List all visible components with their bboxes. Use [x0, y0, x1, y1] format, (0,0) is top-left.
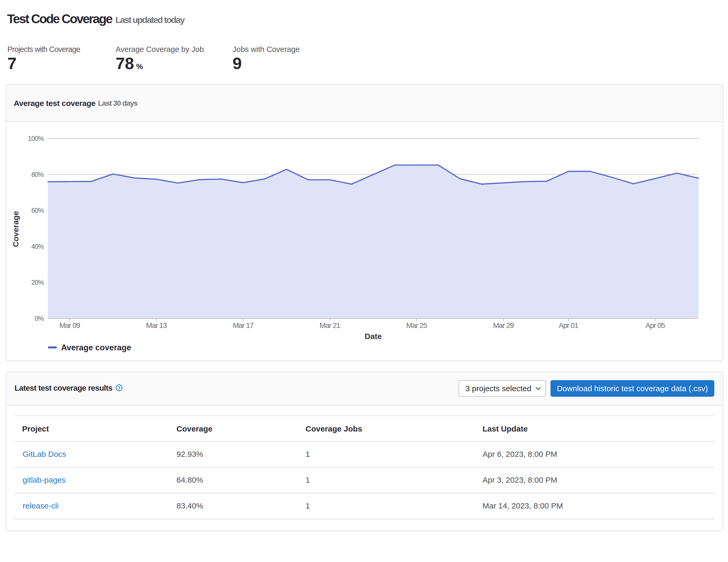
svg-text:100%: 100% [28, 135, 44, 142]
svg-text:80%: 80% [31, 171, 44, 178]
svg-text:60%: 60% [31, 207, 44, 214]
svg-text:20%: 20% [31, 278, 44, 286]
svg-text:0%: 0% [35, 315, 44, 322]
svg-text:Mar 09: Mar 09 [59, 321, 80, 330]
svg-text:Date: Date [365, 332, 382, 341]
svg-text:Apr 05: Apr 05 [646, 321, 665, 330]
svg-text:Mar 25: Mar 25 [406, 321, 427, 330]
svg-text:Mar 13: Mar 13 [146, 321, 167, 330]
svg-text:Mar 17: Mar 17 [233, 321, 254, 330]
svg-text:Mar 29: Mar 29 [493, 321, 514, 330]
svg-text:40%: 40% [31, 243, 44, 250]
svg-text:Coverage: Coverage [11, 211, 20, 247]
svg-text:?: ? [117, 385, 121, 391]
svg-text:Average coverage: Average coverage [61, 343, 131, 352]
svg-text:Apr 01: Apr 01 [559, 321, 578, 330]
svg-text:Mar 21: Mar 21 [319, 321, 340, 330]
